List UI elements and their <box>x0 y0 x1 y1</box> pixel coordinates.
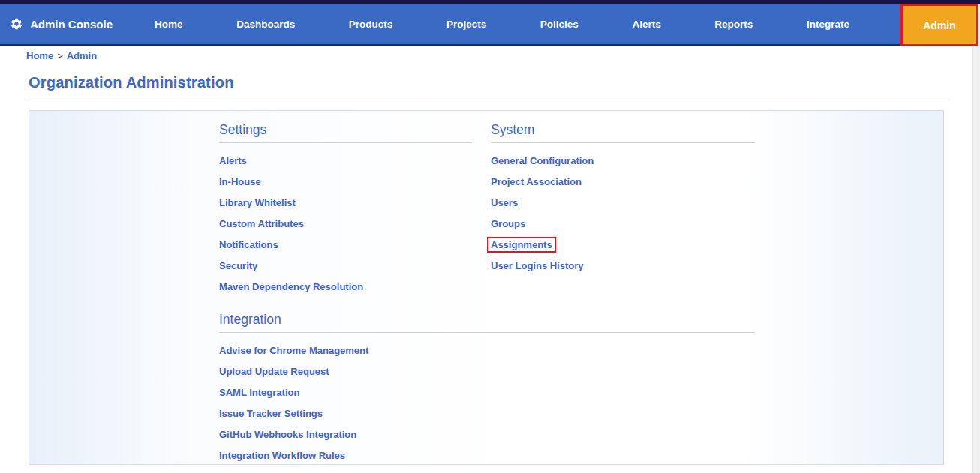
list-item: Library Whitelist <box>219 192 472 213</box>
integration-links: Advise for Chrome Management Upload Upda… <box>219 340 755 466</box>
breadcrumb-separator: > <box>57 50 63 61</box>
link-upload-update-request[interactable]: Upload Update Request <box>219 366 329 377</box>
title-divider <box>29 97 951 97</box>
list-item: SAML Integration <box>219 382 755 403</box>
list-item: Alerts <box>219 150 472 171</box>
admin-options-panel: Settings Alerts In-House Library Whiteli… <box>29 110 944 465</box>
link-in-house[interactable]: In-House <box>219 176 261 187</box>
brand-label: Admin Console <box>30 18 113 31</box>
list-item: Security <box>219 255 472 276</box>
link-security[interactable]: Security <box>219 260 257 271</box>
settings-links: Alerts In-House Library Whitelist Custom… <box>219 150 472 297</box>
list-item: Notifications <box>219 234 472 255</box>
link-saml-integration[interactable]: SAML Integration <box>219 387 299 398</box>
link-integration-workflow-rules[interactable]: Integration Workflow Rules <box>219 450 345 461</box>
list-item: Advise for Chrome Management <box>219 340 755 361</box>
list-item: General Configuration <box>491 150 755 171</box>
breadcrumb: Home>Admin <box>26 50 97 61</box>
list-item: Issue Tracker Settings <box>219 403 755 424</box>
section-title-integration: Integration <box>219 310 755 328</box>
nav-item-projects[interactable]: Projects <box>443 14 489 34</box>
nav-item-integrate[interactable]: Integrate <box>804 14 852 34</box>
section-settings: Settings Alerts In-House Library Whiteli… <box>219 121 472 297</box>
nav-item-dashboards[interactable]: Dashboards <box>233 14 298 34</box>
section-integration: Integration Advise for Chrome Management… <box>219 310 755 466</box>
nav-items: Home Dashboards Products Projects Polici… <box>152 14 852 34</box>
brand-admin-console[interactable]: Admin Console <box>10 17 113 31</box>
nav-item-reports[interactable]: Reports <box>711 14 756 34</box>
link-users[interactable]: Users <box>491 197 518 208</box>
gear-icon <box>10 17 23 31</box>
list-item: Users <box>491 192 755 213</box>
breadcrumb-admin-link[interactable]: Admin <box>67 50 97 61</box>
link-github-webhooks-integration[interactable]: GitHub Webhooks Integration <box>219 429 356 440</box>
nav-item-products[interactable]: Products <box>346 14 396 34</box>
link-advise-for-chrome-management[interactable]: Advise for Chrome Management <box>219 345 368 356</box>
vertical-scrollbar[interactable] <box>972 4 980 473</box>
list-item: User Logins History <box>491 255 755 276</box>
list-item: Upload Update Request <box>219 361 755 382</box>
nav-item-admin[interactable]: Admin <box>903 6 976 44</box>
list-item: Groups <box>491 213 755 234</box>
section-system: System General Configuration Project Ass… <box>491 121 755 276</box>
link-general-configuration[interactable]: General Configuration <box>491 155 594 166</box>
assignments-annotation-box: Assignments <box>487 237 556 253</box>
link-project-association[interactable]: Project Association <box>491 176 582 187</box>
nav-item-policies[interactable]: Policies <box>537 14 582 34</box>
breadcrumb-home-link[interactable]: Home <box>26 50 53 61</box>
link-custom-attributes[interactable]: Custom Attributes <box>219 218 304 229</box>
link-groups[interactable]: Groups <box>491 218 525 229</box>
list-item: GitHub Webhooks Integration <box>219 424 755 445</box>
section-title-system: System <box>491 121 755 139</box>
list-item: Project Association <box>491 171 755 192</box>
list-item: In-House <box>219 171 472 192</box>
link-alerts[interactable]: Alerts <box>219 155 247 166</box>
link-library-whitelist[interactable]: Library Whitelist <box>219 197 296 208</box>
system-links: General Configuration Project Associatio… <box>491 150 755 276</box>
link-issue-tracker-settings[interactable]: Issue Tracker Settings <box>219 408 323 419</box>
main-navbar: Admin Console Home Dashboards Products P… <box>0 4 972 46</box>
nav-item-home[interactable]: Home <box>152 14 186 34</box>
admin-annotation-box: Admin <box>900 4 978 46</box>
section-divider <box>219 332 755 333</box>
list-item: Custom Attributes <box>219 213 472 234</box>
list-item: Maven Dependency Resolution <box>219 276 472 297</box>
link-maven-dependency-resolution[interactable]: Maven Dependency Resolution <box>219 281 363 292</box>
link-assignments[interactable]: Assignments <box>491 239 552 250</box>
link-notifications[interactable]: Notifications <box>219 239 278 250</box>
link-user-logins-history[interactable]: User Logins History <box>491 260 584 271</box>
section-title-settings: Settings <box>219 121 472 139</box>
section-divider <box>491 142 755 143</box>
list-item: Assignments <box>491 234 755 255</box>
list-item: Integration Workflow Rules <box>219 445 755 466</box>
section-divider <box>219 142 472 143</box>
page-title: Organization Administration <box>29 74 234 91</box>
nav-item-alerts[interactable]: Alerts <box>629 14 663 34</box>
